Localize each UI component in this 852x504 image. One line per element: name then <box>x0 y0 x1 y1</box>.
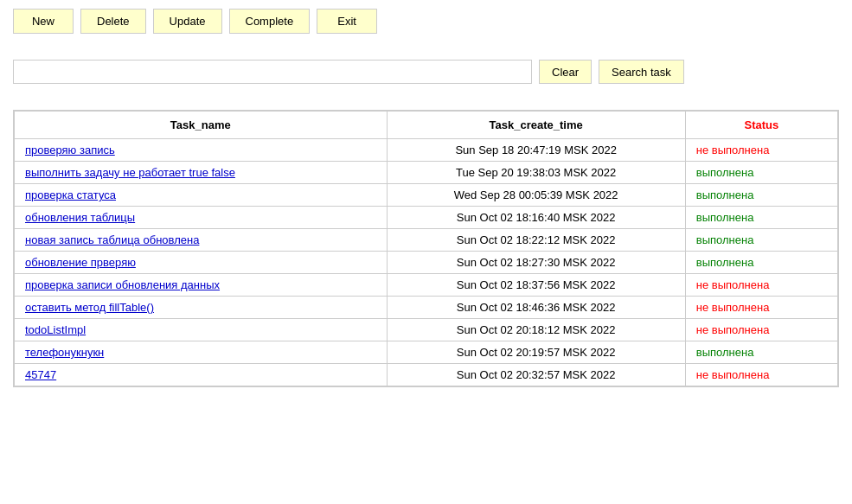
task-name-cell[interactable]: проверяю запись <box>15 139 388 162</box>
task-status-cell: выполнена <box>685 162 837 184</box>
task-status-cell: не выполнена <box>685 297 837 319</box>
toolbar: NewDeleteUpdateCompleteExit <box>0 0 852 42</box>
clear-button[interactable]: Clear <box>539 60 592 84</box>
task-status-cell: не выполнена <box>685 139 837 162</box>
task-status-cell: выполнена <box>685 341 837 364</box>
task-time-cell: Sun Oct 02 18:27:30 MSK 2022 <box>387 252 685 274</box>
task-name-cell[interactable]: todoListImpl <box>15 319 388 341</box>
header-status: Status <box>685 112 837 139</box>
task-name-cell[interactable]: новая запись таблица обновлена <box>15 229 388 252</box>
task-time-cell: Sun Oct 02 18:16:40 MSK 2022 <box>387 207 685 229</box>
header-task-name: Task_name <box>15 112 388 139</box>
task-status-cell: не выполнена <box>685 364 837 386</box>
task-name-cell[interactable]: выполнить задачу не работает true false <box>15 162 388 184</box>
table-row[interactable]: обновления таблицыSun Oct 02 18:16:40 MS… <box>15 207 838 229</box>
table-row[interactable]: выполнить задачу не работает true falseT… <box>15 162 838 184</box>
task-time-cell: Sun Oct 02 18:37:56 MSK 2022 <box>387 274 685 297</box>
exit-button[interactable]: Exit <box>317 9 377 34</box>
task-table: Task_name Task_create_time Status провер… <box>14 111 838 386</box>
table-row[interactable]: 45747Sun Oct 02 20:32:57 MSK 2022не выпо… <box>15 364 838 386</box>
task-time-cell: Tue Sep 20 19:38:03 MSK 2022 <box>387 162 685 184</box>
header-task-time: Task_create_time <box>387 112 685 139</box>
table-row[interactable]: проверка статусаWed Sep 28 00:05:39 MSK … <box>15 184 838 207</box>
task-name-cell[interactable]: телефонукнукн <box>15 341 388 364</box>
table-row[interactable]: проверка записи обновления данныхSun Oct… <box>15 274 838 297</box>
table-header-row: Task_name Task_create_time Status <box>15 112 838 139</box>
task-name-cell[interactable]: 45747 <box>15 364 388 386</box>
complete-button[interactable]: Complete <box>229 9 311 34</box>
task-time-cell: Sun Oct 02 18:22:12 MSK 2022 <box>387 229 685 252</box>
task-name-cell[interactable]: обновления таблицы <box>15 207 388 229</box>
table-row[interactable]: todoListImplSun Oct 02 20:18:12 MSK 2022… <box>15 319 838 341</box>
task-status-cell: не выполнена <box>685 274 837 297</box>
update-button[interactable]: Update <box>153 9 222 34</box>
task-time-cell: Sun Oct 02 20:18:12 MSK 2022 <box>387 319 685 341</box>
search-input[interactable] <box>13 60 532 84</box>
table-row[interactable]: проверяю записьSun Sep 18 20:47:19 MSK 2… <box>15 139 838 162</box>
search-task-button[interactable]: Search task <box>599 60 684 84</box>
task-time-cell: Wed Sep 28 00:05:39 MSK 2022 <box>387 184 685 207</box>
table-row[interactable]: новая запись таблица обновленаSun Oct 02… <box>15 229 838 252</box>
table-row[interactable]: оставить метод fillTable()Sun Oct 02 18:… <box>15 297 838 319</box>
new-button[interactable]: New <box>13 9 74 34</box>
task-name-cell[interactable]: проверка записи обновления данных <box>15 274 388 297</box>
search-bar: Clear Search task <box>0 51 852 93</box>
task-time-cell: Sun Sep 18 20:47:19 MSK 2022 <box>387 139 685 162</box>
task-table-container: Task_name Task_create_time Status провер… <box>13 110 839 387</box>
table-row[interactable]: телефонукнукнSun Oct 02 20:19:57 MSK 202… <box>15 341 838 364</box>
task-name-cell[interactable]: оставить метод fillTable() <box>15 297 388 319</box>
task-time-cell: Sun Oct 02 20:19:57 MSK 2022 <box>387 341 685 364</box>
task-status-cell: выполнена <box>685 229 837 252</box>
task-name-cell[interactable]: проверка статуса <box>15 184 388 207</box>
table-row[interactable]: обновление прверяюSun Oct 02 18:27:30 MS… <box>15 252 838 274</box>
task-status-cell: не выполнена <box>685 319 837 341</box>
task-time-cell: Sun Oct 02 20:32:57 MSK 2022 <box>387 364 685 386</box>
task-name-cell[interactable]: обновление прверяю <box>15 252 388 274</box>
task-status-cell: выполнена <box>685 207 837 229</box>
task-status-cell: выполнена <box>685 184 837 207</box>
task-status-cell: выполнена <box>685 252 837 274</box>
delete-button[interactable]: Delete <box>80 9 146 34</box>
task-time-cell: Sun Oct 02 18:46:36 MSK 2022 <box>387 297 685 319</box>
